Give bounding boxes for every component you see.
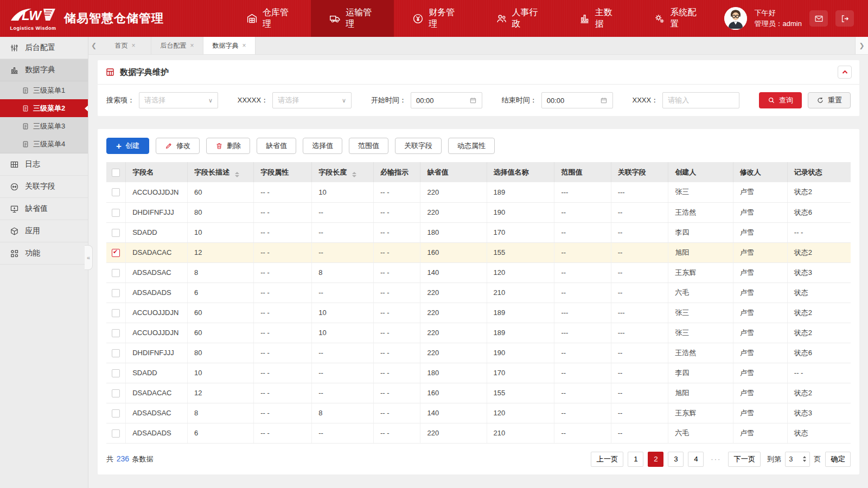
sidebar-item-functions[interactable]: 功能 — [0, 242, 88, 265]
cell-length: -- — [312, 242, 374, 262]
page-button-2[interactable]: 2 — [648, 452, 663, 467]
sort-icon[interactable] — [352, 172, 356, 177]
table-row[interactable]: ACCUOJJDJN60-- -10-- -220189------张三卢雪状态… — [106, 323, 851, 343]
nav-item-finance[interactable]: 财务管理 — [394, 0, 477, 37]
table-row[interactable]: SDADD10-- ----- -180170----李四卢雪-- - — [106, 222, 851, 242]
goto-page-stepper[interactable]: 3 — [785, 452, 810, 467]
row-checkbox[interactable] — [112, 269, 120, 277]
row-checkbox[interactable] — [112, 209, 120, 217]
table-row[interactable]: DSADACAC12-- ----- -160155----旭阳卢雪状态2 — [106, 242, 851, 262]
row-checkbox[interactable] — [112, 389, 120, 397]
page-button-3[interactable]: 3 — [668, 452, 684, 467]
sidebar-item-related-fields[interactable]: 关联字段 — [0, 176, 88, 198]
column-header-len_desc[interactable]: 字段长描述 — [188, 162, 254, 182]
row-checkbox[interactable] — [112, 329, 120, 337]
tab-home[interactable]: 首页× — [99, 37, 151, 54]
create-button[interactable]: +创建 — [106, 138, 149, 154]
cell-checkbox[interactable] — [106, 323, 126, 343]
panel-collapse-button[interactable] — [838, 66, 852, 79]
sidebar-item-data-dictionary[interactable]: 数据字典 — [0, 59, 88, 81]
table-row[interactable]: ADSADSAC8-- -8-- -140120----王东辉卢雪状态3 — [106, 262, 851, 282]
cell-checkbox[interactable] — [106, 242, 126, 262]
tab-data-dictionary[interactable]: 数据字典× — [203, 37, 256, 54]
xxxx-input[interactable]: 请输入 — [662, 92, 739, 108]
sidebar-item-applications[interactable]: 应用 — [0, 220, 88, 242]
table-row[interactable]: DHDIFNFJJJ80-- ----- -220190----王浩然卢雪状态6 — [106, 343, 851, 363]
tab-close-icon[interactable]: × — [190, 42, 194, 49]
row-checkbox[interactable] — [112, 289, 120, 297]
cell-checkbox[interactable] — [106, 202, 126, 222]
cell-checkbox[interactable] — [106, 423, 126, 443]
end-time-input[interactable]: 00:00 — [541, 92, 613, 108]
sidebar-item-menu3-3[interactable]: 三级菜单3 — [0, 117, 88, 135]
tab-close-icon[interactable]: × — [131, 42, 135, 49]
nav-item-hr[interactable]: 人事行政 — [477, 0, 560, 37]
prev-page-button[interactable]: 上一页 — [591, 452, 623, 467]
row-checkbox[interactable] — [112, 349, 120, 357]
nav-item-system-config[interactable]: 系统配置 — [635, 0, 718, 37]
row-checkbox[interactable] — [112, 429, 120, 438]
page-button-4[interactable]: 4 — [688, 452, 704, 467]
cell-checkbox[interactable] — [106, 403, 126, 423]
start-time-input[interactable]: 00:00 — [411, 92, 482, 108]
sidebar-item-logs[interactable]: 日志 — [0, 153, 88, 176]
nav-item-transport[interactable]: 运输管理 — [311, 0, 394, 37]
tab-backend-config[interactable]: 后台配置× — [151, 37, 203, 54]
sidebar-item-menu3-2[interactable]: 三级菜单2 — [0, 99, 88, 117]
row-checkbox[interactable] — [112, 369, 120, 377]
sidebar-item-menu3-4[interactable]: 三级菜单4 — [0, 135, 88, 153]
table-row[interactable]: DHDIFNFJJJ80-- ----- -220190----王浩然卢雪状态6 — [106, 202, 851, 222]
tabs-scroll-left-button[interactable]: ❮ — [88, 37, 99, 54]
cell-modifier: 卢雪 — [733, 323, 787, 343]
nav-item-warehouse[interactable]: 仓库管理 — [228, 0, 311, 37]
table-row[interactable]: ADSADADS6-- ----- -220210----六毛卢雪状态 — [106, 282, 851, 303]
cell-checkbox[interactable] — [106, 343, 126, 363]
cell-checkbox[interactable] — [106, 303, 126, 323]
mail-button[interactable] — [809, 10, 828, 27]
cell-checkbox[interactable] — [106, 282, 126, 303]
row-checkbox[interactable] — [112, 309, 120, 317]
row-checkbox[interactable] — [112, 249, 120, 257]
sort-icon[interactable] — [235, 172, 239, 177]
table-row[interactable]: ACCUOJJDJN60-- -10-- -220189------张三卢雪状态… — [106, 182, 851, 202]
dynamic-attr-button[interactable]: 动态属性 — [448, 138, 495, 154]
sidebar-collapse-handle[interactable]: « — [85, 245, 93, 270]
reset-button[interactable]: 重置 — [808, 92, 851, 108]
select-value-button[interactable]: 选择值 — [303, 138, 342, 154]
nav-item-master-data[interactable]: 主数据 — [560, 0, 636, 37]
sidebar-item-default-values[interactable]: 缺省值 — [0, 198, 88, 220]
next-page-button[interactable]: 下一页 — [728, 452, 761, 467]
cell-checkbox[interactable] — [106, 182, 126, 202]
logout-button[interactable] — [835, 10, 854, 27]
tab-close-icon[interactable]: × — [242, 42, 246, 49]
cell-checkbox[interactable] — [106, 262, 126, 282]
xxxxx-select[interactable]: 请选择 ∨ — [272, 92, 352, 108]
query-button[interactable]: 查询 — [759, 92, 802, 108]
table-row[interactable]: SDADD10-- ----- -180170----李四卢雪-- - — [106, 363, 851, 383]
row-checkbox[interactable] — [112, 409, 120, 418]
table-row[interactable]: ACCUOJJDJN60-- -10-- -220189------张三卢雪状态… — [106, 303, 851, 323]
edit-button[interactable]: 修改 — [156, 138, 200, 154]
default-value-button[interactable]: 缺省值 — [257, 138, 296, 154]
table-row[interactable]: ADSADSAC8-- -8-- -140120----王东辉卢雪状态3 — [106, 403, 851, 423]
search-item-select[interactable]: 请选择 ∨ — [139, 92, 218, 108]
column-header-length[interactable]: 字段长度 — [312, 162, 374, 182]
row-checkbox[interactable] — [112, 229, 120, 237]
logo-mark-icon: LW — [10, 7, 56, 25]
sidebar-item-backend-config[interactable]: 后台配置 — [0, 37, 88, 59]
table-row[interactable]: ADSADADS6-- ----- -220210----六毛卢雪状态 — [106, 423, 851, 443]
sidebar-item-menu3-1[interactable]: 三级菜单1 — [0, 81, 88, 99]
cell-checkbox[interactable] — [106, 363, 126, 383]
row-checkbox[interactable] — [112, 188, 120, 196]
tabs-scroll-right-button[interactable]: ❯ — [855, 37, 868, 54]
cell-checkbox[interactable] — [106, 222, 126, 242]
delete-button[interactable]: 删除 — [206, 138, 250, 154]
range-value-button[interactable]: 范围值 — [349, 138, 388, 154]
confirm-button[interactable]: 确定 — [825, 452, 851, 467]
cell-checkbox[interactable] — [106, 383, 126, 403]
table-row[interactable]: DSADACAC12-- ----- -160155----旭阳卢雪状态2 — [106, 383, 851, 403]
avatar[interactable] — [724, 7, 747, 30]
related-field-button[interactable]: 关联字段 — [395, 138, 442, 154]
select-all-checkbox[interactable] — [112, 169, 120, 177]
page-button-1[interactable]: 1 — [628, 452, 643, 467]
